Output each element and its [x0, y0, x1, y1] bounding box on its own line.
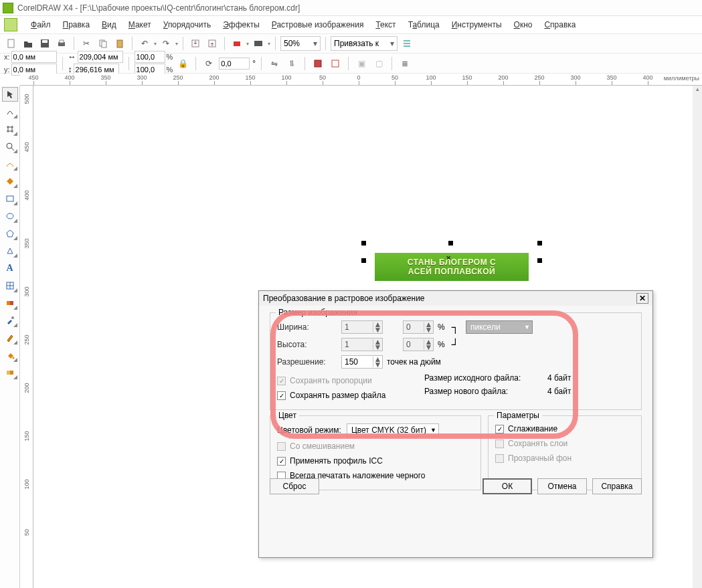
color-mode-label: Цветовой режим:: [277, 425, 341, 435]
vertical-scrollbar[interactable]: ▴: [693, 86, 702, 588]
scale-x-input[interactable]: [135, 51, 165, 63]
menu-tools[interactable]: Инструменты: [446, 18, 507, 31]
import-button[interactable]: [188, 36, 203, 51]
antialias-checkbox[interactable]: ✓Сглаживание: [495, 421, 634, 436]
svg-rect-22: [10, 301, 13, 305]
icc-checkbox[interactable]: ✓Применять профиль ICC: [277, 454, 474, 468]
menu-text[interactable]: Текст: [370, 18, 401, 31]
export-button[interactable]: [205, 36, 220, 51]
pick-tool[interactable]: [2, 87, 18, 102]
eyedropper-tool[interactable]: [2, 313, 18, 328]
menu-bitmaps[interactable]: Растровые изображения: [266, 18, 369, 31]
redo-button[interactable]: ↷: [159, 36, 173, 51]
mirror-v-button[interactable]: ⥮: [284, 56, 299, 71]
handle-center[interactable]: [448, 258, 453, 263]
layers-checkbox: Сохранять слои: [495, 436, 634, 451]
handle-n[interactable]: [448, 241, 453, 246]
bitmap-edit-button[interactable]: [311, 56, 325, 71]
handle-ne[interactable]: [537, 241, 542, 246]
cut-button[interactable]: ✂: [79, 36, 94, 51]
menu-edit[interactable]: Правка: [58, 18, 96, 31]
x-input[interactable]: [11, 51, 57, 63]
handle-w[interactable]: [361, 258, 366, 263]
menu-table[interactable]: Таблица: [403, 18, 445, 31]
ellipse-tool[interactable]: [2, 209, 18, 223]
lock-ratio-button[interactable]: 🔒: [175, 56, 190, 71]
wrap-text-button[interactable]: ≣: [398, 56, 412, 71]
reset-button[interactable]: Сброс: [270, 478, 319, 494]
width-input[interactable]: [78, 51, 123, 63]
freehand-tool[interactable]: [2, 157, 18, 171]
menu-arrange[interactable]: Упорядочить: [158, 18, 216, 31]
to-front-button[interactable]: ▣: [354, 56, 369, 71]
keep-filesize-checkbox[interactable]: ✓Сохранять размер файла: [277, 388, 411, 403]
fill-tool[interactable]: [2, 348, 18, 363]
help-button[interactable]: Справка: [592, 478, 642, 494]
width-spinbox: ▲▼: [341, 320, 383, 334]
app-launcher-button[interactable]: [230, 36, 244, 51]
close-icon[interactable]: ✕: [636, 293, 648, 304]
table-tool[interactable]: [2, 278, 18, 293]
units-combo[interactable]: пиксели: [466, 320, 533, 334]
menu-view[interactable]: Вид: [96, 18, 122, 31]
print-button[interactable]: [54, 36, 69, 51]
bitmap-content: СТАНЬ БЛОГЕРОМ С АСЕЙ ПОПЛАВСКОЙ: [375, 253, 529, 281]
ruler-vertical[interactable]: 50045040035030025020015010050: [20, 86, 33, 588]
zoom-tool[interactable]: [2, 139, 18, 154]
bracket-icon: ┐: [452, 321, 459, 333]
handle-nw[interactable]: [361, 241, 366, 246]
shape-tool[interactable]: [2, 104, 18, 119]
paste-button[interactable]: [112, 36, 127, 51]
to-back-button[interactable]: ▢: [371, 56, 386, 71]
undo-button[interactable]: ↶: [137, 36, 152, 51]
interactive-blend-tool[interactable]: [2, 296, 18, 310]
zoom-select[interactable]: 50%: [280, 36, 321, 51]
rectangle-tool[interactable]: [2, 191, 18, 206]
bitmap-trace-button[interactable]: [328, 56, 343, 71]
copy-button[interactable]: [96, 36, 110, 51]
outline-tool[interactable]: [2, 330, 18, 345]
welcome-button[interactable]: [251, 36, 266, 51]
keep-ratio-checkbox: ✓Сохранять пропорции: [277, 373, 411, 388]
convert-to-bitmap-dialog: Преобразование в растровое изображение ✕…: [258, 290, 653, 558]
color-mode-combo[interactable]: Цвет CMYK (32 бит): [347, 423, 439, 437]
color-mode-value: Цвет CMYK (32 бит): [351, 425, 426, 435]
svg-rect-4: [60, 40, 64, 43]
x-label: x:: [4, 53, 10, 61]
handle-e[interactable]: [537, 258, 542, 263]
menu-layout[interactable]: Макет: [123, 18, 157, 31]
dialog-title: Преобразование в растровое изображение: [263, 294, 425, 303]
interactive-fill-tool[interactable]: [2, 365, 18, 380]
dialog-titlebar[interactable]: Преобразование в растровое изображение ✕: [259, 291, 652, 306]
basic-shapes-tool[interactable]: [2, 243, 18, 258]
ok-button[interactable]: ОК: [482, 478, 532, 494]
svg-rect-21: [7, 301, 10, 305]
scroll-up-icon[interactable]: ▴: [693, 86, 702, 95]
y-label: y:: [4, 66, 10, 74]
smart-fill-tool[interactable]: [2, 174, 18, 189]
resolution-spinbox[interactable]: ▲▼: [341, 355, 383, 369]
resolution-input[interactable]: [342, 357, 373, 367]
text-tool[interactable]: A: [2, 261, 18, 276]
save-button[interactable]: [37, 36, 52, 51]
polygon-tool[interactable]: [2, 226, 18, 241]
new-size-value: 4 байт: [547, 387, 571, 396]
svg-rect-26: [7, 371, 10, 375]
open-button[interactable]: [21, 36, 35, 51]
new-button[interactable]: [4, 36, 19, 51]
zoom-value: 50%: [284, 39, 300, 48]
menu-help[interactable]: Справка: [539, 18, 581, 31]
mirror-h-button[interactable]: ⇋: [267, 56, 282, 71]
menu-file[interactable]: Файл: [25, 18, 56, 31]
ruler-horizontal[interactable]: миллиметры 45040035030025020015010050050…: [20, 74, 702, 86]
size-legend: Размер изображения: [276, 308, 360, 317]
rotation-input[interactable]: [219, 58, 250, 70]
pct-symbol: %: [438, 322, 445, 332]
snap-select[interactable]: Привязать к: [331, 36, 398, 51]
crop-tool[interactable]: [2, 122, 18, 136]
cancel-button[interactable]: Отмена: [537, 478, 587, 494]
menu-effects[interactable]: Эффекты: [217, 18, 265, 31]
menu-window[interactable]: Окно: [509, 18, 538, 31]
selected-bitmap[interactable]: СТАНЬ БЛОГЕРОМ С АСЕЙ ПОПЛАВСКОЙ: [361, 241, 542, 281]
options-button[interactable]: [400, 36, 414, 51]
